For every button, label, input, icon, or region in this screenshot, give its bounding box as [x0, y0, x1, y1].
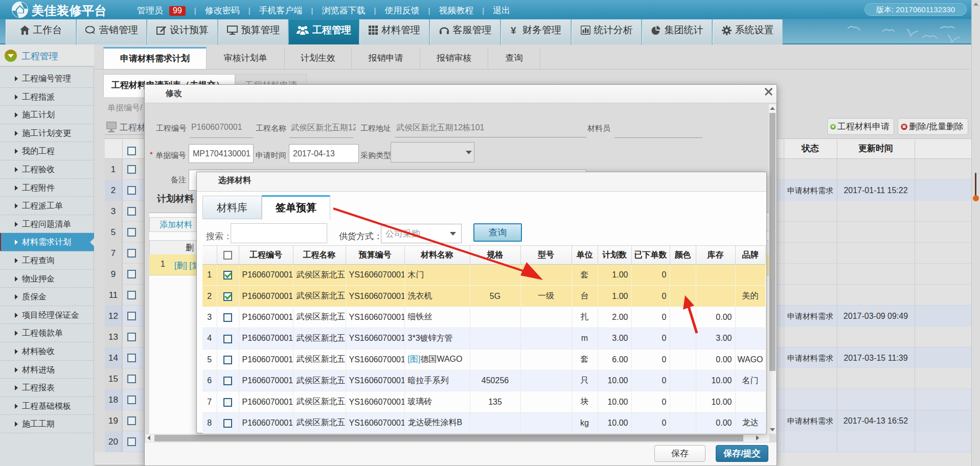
svg-text:¥: ¥	[511, 26, 516, 35]
